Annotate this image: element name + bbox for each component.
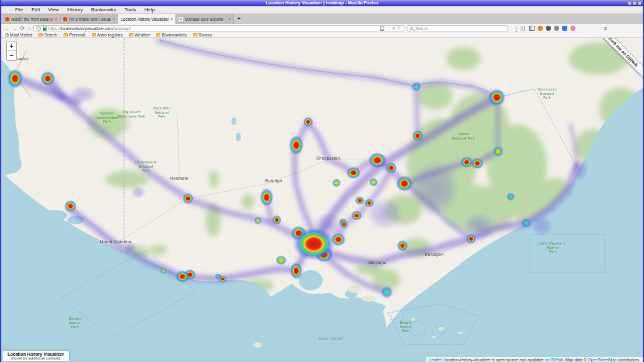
tab-close-icon[interactable]: × [55,17,57,21]
tab-close-icon[interactable]: × [228,17,231,21]
visualizer-info-box[interactable]: Location History Visualizer (hover for a… [3,351,69,361]
map-zoom-control: + − [6,41,17,61]
heat-spot-hot [351,211,362,221]
tab-location-history-visualizer[interactable]: Location History Visualizer × [118,14,176,24]
heat-spot-faint [531,216,553,236]
map-label: Bass Strait [318,336,343,341]
menu-edit[interactable]: Edit [31,7,40,13]
bookmark-folder-bookmarklets[interactable]: Bookmarklets [156,33,186,37]
zoom-out-button[interactable]: − [7,51,16,60]
reload-icon[interactable]: ⟳ [20,25,25,32]
bookmark-folder-bureau[interactable]: Bureau [193,33,212,37]
fork-me-on-github-ribbon[interactable]: Fork me on GitHub [594,38,643,84]
forward-icon[interactable]: → [12,25,18,32]
map-svg: GawlerMount GambierHorshamBendigoSheppar… [1,38,643,362]
map-label: Traralgon [424,252,443,257]
menu-tools[interactable]: Tools [125,7,136,13]
tab-close-icon[interactable]: × [113,17,115,21]
openstreetmap-link[interactable]: OpenStreetMap [588,358,617,362]
home-icon[interactable]: ⌂ [28,25,31,32]
heat-spot-cool [411,82,421,92]
zoom-in-button[interactable]: + [7,41,16,51]
heat-spot-faint [69,85,97,103]
heat-spot-cool [521,218,531,228]
bookmark-folder-weather[interactable]: Weather [129,33,150,37]
maximize-button[interactable] [633,1,636,5]
leaflet-link[interactable]: Leaflet [429,358,441,362]
back-icon[interactable]: ← [4,25,9,32]
heat-spot-hot [64,200,77,212]
heat-spot-hot [368,152,387,168]
bookmark-folder-personal[interactable]: Personal [64,33,86,37]
extension-1-icon[interactable] [538,26,543,31]
menu-bar: File Edit View History Bookmarks Tools H… [1,6,643,14]
heat-spot-hot [355,196,365,205]
downloads-icon[interactable]: ↓ [515,25,518,31]
reader-view-icon[interactable] [380,26,384,31]
firefox-window: Location History Visualizer | heatmap - … [0,0,644,362]
folder-icon [129,33,133,36]
navigation-toolbar: ← → ⟳ ⌂ i https://locationhistoryvisuali… [1,24,643,33]
site-info-icon[interactable]: i [36,26,41,31]
extension-4-icon[interactable] [562,26,567,31]
tab-tradie-visualisation[interactable]: I'm a tradie and I visuali × [60,14,118,24]
pocket-icon[interactable] [392,26,396,30]
menu-help[interactable]: Help [144,7,154,13]
heat-spot-warm [369,178,378,187]
library-icon[interactable] [521,26,526,31]
heat-spot-hot [182,193,194,204]
window-title: Location History Visualizer | heatmap - … [265,1,378,5]
folder-icon [193,33,197,36]
heat-spot-hot [471,158,484,169]
forest-patch [446,47,481,70]
forest-patch [242,194,254,209]
menu-view[interactable]: View [48,7,59,13]
minimize-button[interactable] [628,1,631,5]
extension-2-icon[interactable] [546,26,551,31]
map-label: Bendigo [265,178,282,184]
heat-spot-hot [412,130,423,141]
hamburger-menu-icon[interactable]: ≡ [604,25,607,31]
heatmap-canvas[interactable]: GawlerMount GambierHorshamBendigoSheppar… [1,38,643,362]
window-titlebar[interactable]: Location History Visualizer | heatmap - … [1,0,643,6]
bookmark-folder-astro-regulars[interactable]: Astro regulars [92,33,123,37]
map-attribution: Leaflet | location-history-visualizer is… [426,357,643,362]
most-visited-icon [5,33,9,37]
info-box-title: Location History Visualizer [8,352,64,356]
heat-spot-hot [289,135,304,155]
heat-spot-hot [272,215,282,225]
url-bar[interactable]: i https://locationhistoryvisualizer.com/… [33,25,404,31]
bookmark-folder-search[interactable]: Search [38,33,57,37]
https-padlock-icon[interactable] [43,28,47,31]
new-tab-button[interactable]: + [234,14,244,24]
heat-spot-hot [303,117,313,127]
heat-spot-hot [175,270,189,283]
folder-icon [38,33,43,36]
close-button[interactable] [638,1,641,5]
menu-history[interactable]: History [67,7,83,13]
forest-patch [150,245,167,255]
extension-3-icon[interactable] [554,26,559,31]
tab-close-icon[interactable]: × [170,17,173,21]
heat-spot-cool [214,273,222,280]
search-bar[interactable]: Search [407,25,508,31]
heat-spot-warm [160,268,167,274]
menu-file[interactable]: File [15,7,23,13]
menu-bookmarks[interactable]: Bookmarks [91,7,116,13]
sidebar-toggle-icon[interactable] [529,26,535,31]
heat-spot-hot [386,162,397,173]
heat-spot-hot [346,167,361,179]
bookmark-most-visited[interactable]: Most Visited [5,33,32,37]
heat-spot-hot [7,69,23,89]
heat-spot-hot [290,262,303,280]
window-controls [628,1,641,5]
folder-icon [64,33,68,36]
page-actions-icon[interactable]: ⋯ [386,25,391,32]
github-link[interactable]: on GitHub [545,358,563,362]
travel-track [416,87,418,136]
tab-reddit-front-page[interactable]: reddit: the front page of × [3,14,60,24]
folder-icon [92,33,96,36]
tab-manage-your-exports[interactable]: G Manage your exports × [176,14,234,24]
bookmark-star-icon[interactable]: ☆ [397,25,401,32]
extension-5-icon[interactable] [570,26,575,31]
